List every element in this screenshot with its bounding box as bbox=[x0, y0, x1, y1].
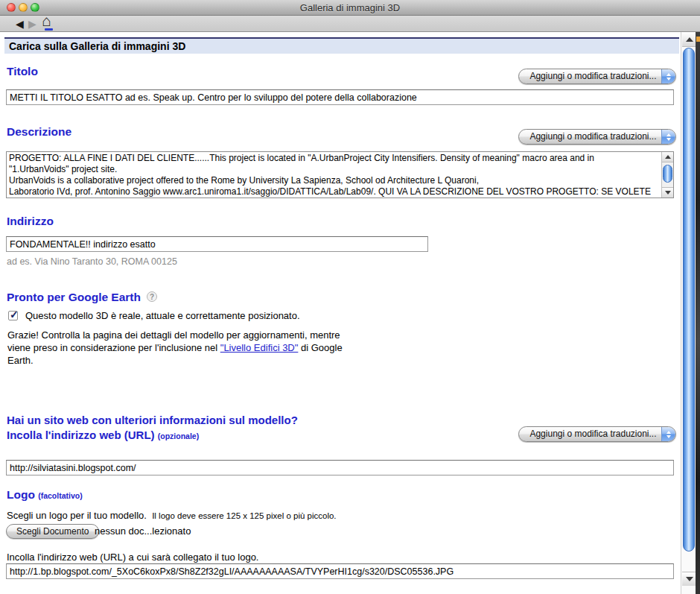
website-url-heading: Incolla l'indirizzo web (URL) (opzionale… bbox=[7, 429, 199, 441]
window-scrollbar[interactable] bbox=[681, 32, 696, 594]
google-earth-note: Grazie! Controlla la pagina dei dettagli… bbox=[7, 329, 357, 367]
translate-dropdown-label: Aggiungi o modifica traduzioni... bbox=[519, 69, 661, 83]
indirizzo-hint: ad es. Via Nino Taranto 30, ROMA 00125 bbox=[7, 256, 177, 267]
logo-url-label: Incolla l'indirizzo web (URL) a cui sarà… bbox=[7, 552, 258, 563]
checkmark-icon: ✓ bbox=[10, 309, 19, 320]
dropdown-arrows-icon bbox=[661, 69, 675, 83]
descrizione-heading: Descrizione bbox=[7, 125, 71, 139]
choose-file-button[interactable]: Scegli Documento bbox=[6, 524, 99, 539]
desktop-edge bbox=[696, 32, 700, 594]
translate-dropdown-descrizione[interactable]: Aggiungi o modifica traduzioni... bbox=[518, 129, 676, 145]
descrizione-textarea[interactable]: PROGETTO: ALLA FINE I DATI DEL CLIENTE..… bbox=[7, 152, 661, 198]
scroll-up-icon[interactable] bbox=[662, 152, 673, 162]
translate-dropdown-label: Aggiungi o modifica traduzioni... bbox=[519, 130, 661, 144]
textarea-scrollbar[interactable] bbox=[661, 152, 673, 198]
window-titlebar: Galleria di immagini 3D bbox=[0, 0, 700, 16]
titolo-heading: Titolo bbox=[7, 65, 38, 78]
file-status-text: nessun doc...lezionato bbox=[95, 525, 191, 537]
logo-url-input[interactable] bbox=[6, 563, 674, 579]
indirizzo-heading: Indirizzo bbox=[7, 215, 54, 228]
page-title: Carica sulla Galleria di immagini 3D bbox=[4, 37, 679, 54]
facoltativo-label: (facoltativo) bbox=[38, 491, 83, 500]
optional-label: (opzionale) bbox=[158, 432, 199, 440]
desktop-icon-fragment bbox=[696, 37, 700, 42]
logo-size-note: Il logo deve essere 125 x 125 pixel o pi… bbox=[152, 511, 336, 520]
indirizzo-input[interactable] bbox=[6, 236, 428, 252]
logo-heading: Logo (facoltativo) bbox=[7, 488, 83, 502]
ready-checkbox[interactable]: ✓ bbox=[8, 311, 18, 320]
browser-toolbar: ◀ ▶ ⌂ bbox=[0, 16, 700, 32]
page-content: Carica sulla Galleria di immagini 3D Tit… bbox=[0, 32, 681, 594]
titolo-input[interactable] bbox=[6, 89, 674, 105]
google-earth-heading: Pronto per Google Earth? bbox=[7, 291, 157, 304]
textarea-scrollbar-thumb[interactable] bbox=[663, 165, 672, 183]
home-icon[interactable]: ⌂ bbox=[42, 14, 51, 28]
website-question-heading: Hai un sito web con ulteriori informazio… bbox=[7, 414, 298, 426]
help-icon[interactable]: ? bbox=[147, 291, 157, 302]
dropdown-arrows-icon bbox=[661, 130, 675, 144]
home-active-marker bbox=[45, 28, 53, 31]
scroll-down-icon[interactable] bbox=[682, 572, 696, 586]
back-icon[interactable]: ◀ bbox=[16, 17, 24, 31]
livello-edifici-3d-link[interactable]: "Livello Edifici 3D" bbox=[220, 342, 299, 353]
browser-window: Galleria di immagini 3D ◀ ▶ ⌂ Carica sul… bbox=[0, 0, 700, 594]
forward-icon: ▶ bbox=[28, 17, 36, 31]
window-scrollbar-thumb[interactable] bbox=[683, 48, 695, 552]
ready-checkbox-label: Questo modello 3D è reale, attuale e cor… bbox=[25, 310, 300, 321]
scroll-up-icon[interactable] bbox=[682, 33, 696, 47]
descrizione-textarea-frame: PROGETTO: ALLA FINE I DATI DEL CLIENTE..… bbox=[6, 151, 674, 198]
window-title: Galleria di immagini 3D bbox=[0, 0, 700, 16]
dropdown-arrows-icon bbox=[661, 427, 675, 441]
logo-instruction: Scegli un logo per il tuo modello. Il lo… bbox=[7, 510, 337, 521]
translate-dropdown-label: Aggiungi o modifica traduzioni... bbox=[519, 427, 661, 441]
translate-dropdown-website[interactable]: Aggiungi o modifica traduzioni... bbox=[518, 426, 676, 442]
scroll-down-icon[interactable] bbox=[662, 187, 673, 198]
website-url-input[interactable] bbox=[6, 460, 674, 475]
translate-dropdown-titolo[interactable]: Aggiungi o modifica traduzioni... bbox=[518, 69, 676, 84]
